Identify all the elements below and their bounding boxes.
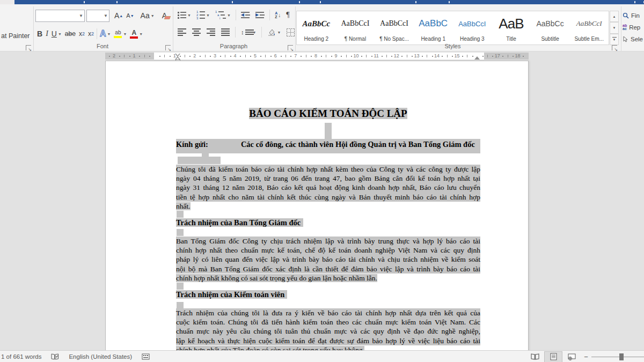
show-formatting-marks-button[interactable]: ¶ [284, 9, 291, 21]
salutation-recipients: Các cổ đông, các thành viên Hội đồng Quả… [241, 140, 475, 149]
zoom-out-button[interactable]: − [581, 353, 591, 361]
document-text-column[interactable]: BÁO CÁO KIỂM TOÁN ĐỘC LẬP Kính gửi:Các c… [176, 61, 480, 354]
ruler-dot [492, 56, 493, 57]
find-button[interactable]: Fin [623, 10, 644, 21]
font-dialog-launcher[interactable] [165, 45, 171, 50]
justify-button[interactable] [219, 26, 231, 38]
italic-button[interactable]: I [44, 28, 50, 40]
change-case-button[interactable]: Aa▼ [139, 10, 156, 21]
style-item-normal[interactable]: AaBbCcI¶ Normal [336, 11, 375, 45]
align-left-button[interactable] [176, 26, 188, 38]
paragraph-dialog-launcher[interactable] [288, 45, 293, 50]
tab-label-fragment [320, 1, 321, 3]
superscript-button[interactable]: x2 [86, 28, 96, 40]
style-item-no-spac[interactable]: AaBbCcI¶ No Spac... [375, 11, 414, 45]
group-separator [33, 6, 34, 51]
ruler-dot [290, 56, 291, 57]
document-title: BÁO CÁO KIỂM TOÁN ĐỘC LẬP [176, 104, 480, 123]
strikethrough-button[interactable]: abe [63, 28, 77, 40]
style-item-subtle-em[interactable]: AaBbCcISubtle Em... [569, 11, 609, 45]
ruler-dot [200, 56, 201, 57]
paragraph-line: cuộc kiểm toán. Chúng tôi đã tiến hành k… [176, 317, 480, 327]
paragraph-line: chuẩn mực này yêu cầu chúng tôi tuân thủ… [176, 327, 480, 336]
ruler-tick [245, 55, 246, 57]
text-highlight-button[interactable]: ab ▼ [112, 28, 128, 40]
font-name-combobox[interactable]: ▼ [35, 10, 85, 22]
format-painter-button[interactable]: at Painter [1, 32, 30, 40]
tab-label-fragment [84, 1, 85, 3]
text-effects-button[interactable]: A▼ [98, 28, 113, 40]
document-page[interactable]: BÁO CÁO KIỂM TOÁN ĐỘC LẬP Kính gửi:Các c… [105, 61, 529, 353]
style-item-heading-3[interactable]: AaBbCcIHeading 3 [453, 11, 492, 45]
paragraph-group-label: Paragraph [176, 43, 291, 49]
sort-button[interactable]: AZ ↓ [273, 9, 282, 21]
zoom-slider[interactable] [591, 351, 644, 362]
chevron-down-icon: ▼ [253, 31, 257, 34]
macro-record-icon[interactable] [142, 353, 150, 360]
font-size-combobox[interactable]: ▼ [86, 10, 109, 22]
select-button[interactable]: Sele [623, 33, 644, 45]
numbering-button[interactable]: 1 2 3 ▼ [195, 9, 211, 21]
numbering-icon: 1 2 3 [196, 11, 205, 19]
web-layout-button[interactable] [562, 351, 581, 362]
replace-button[interactable]: abac Rep [623, 21, 644, 33]
styles-dialog-launcher[interactable] [612, 45, 617, 50]
horizontal-ruler[interactable]: 211234567891011121314151718 [105, 53, 529, 60]
ruler-dot [270, 56, 272, 57]
zoom-slider-handle[interactable] [619, 353, 624, 360]
align-right-button[interactable] [205, 26, 217, 38]
language-indicator[interactable]: English (United States) [59, 353, 142, 360]
multilevel-list-button[interactable]: 1 a i ▼ [214, 9, 232, 21]
ruler-tick [467, 55, 467, 57]
paragraph-gap [176, 300, 480, 308]
ruler-tick [225, 55, 225, 57]
bullets-button[interactable]: ▼ [176, 9, 193, 21]
styles-scroll-down-button[interactable]: ▼ [610, 22, 619, 33]
separator [269, 10, 270, 20]
ruler-dot [482, 56, 484, 57]
align-center-button[interactable] [191, 26, 202, 38]
subscript-button[interactable]: x2 [77, 28, 86, 40]
pilcrow-icon: ¶ [286, 11, 289, 19]
line-spacing-button[interactable]: ↕ ▼ [239, 26, 258, 38]
style-item-heading-2[interactable]: AaBbCcHeading 2 [297, 11, 336, 45]
style-item-heading-1[interactable]: AaBbCHeading 1 [414, 11, 453, 45]
styles-scroll-up-button[interactable]: ▲ [610, 11, 619, 22]
increase-indent-icon: ▶ [255, 12, 265, 18]
separator [236, 10, 236, 20]
print-layout-button[interactable] [544, 351, 562, 362]
shading-button[interactable]: ▼ [266, 26, 282, 38]
read-mode-button[interactable] [526, 351, 544, 362]
style-item-subtitle[interactable]: AaBbCcSubtitle [531, 11, 570, 45]
paragraph-line-text: nhất. [176, 202, 191, 210]
separator [97, 28, 97, 39]
separator [261, 27, 262, 38]
paragraph-line: chính hợp nhất theo chuẩn mực kế toán, c… [176, 246, 480, 255]
ruler-dot [210, 56, 211, 57]
underline-button[interactable]: U▼ [50, 28, 63, 40]
increase-indent-button[interactable]: ▶ [254, 9, 266, 21]
ruler-tick [124, 55, 125, 57]
ruler-dot [260, 56, 261, 57]
ribbon: at Painter ▼ ▼ A▲ A▼ Aa▼ A B I U▼ abe x2… [0, 4, 644, 51]
shrink-font-button[interactable]: A▼ [125, 10, 135, 21]
highlight-icon: ab [114, 30, 122, 38]
ruler-number: 1 [173, 53, 176, 58]
editing-group: Fin abac Rep Sele Editi [623, 10, 644, 51]
style-item-title[interactable]: AaBTitle [492, 11, 531, 45]
font-color-button[interactable]: A ▼ [128, 28, 144, 40]
clear-formatting-button[interactable]: A [160, 10, 172, 21]
clipboard-dialog-launcher[interactable] [26, 45, 31, 50]
ribbon-tab-strip-background [14, 0, 644, 4]
word-count[interactable]: 1 of 661 words [1, 353, 51, 360]
right-indent-marker[interactable] [474, 56, 480, 60]
ruler-dot [159, 56, 160, 57]
tab-label-fragment [634, 1, 635, 3]
proofing-icon[interactable] [51, 353, 59, 360]
bold-button[interactable]: B [35, 28, 44, 40]
decrease-indent-button[interactable]: ◀ [239, 9, 252, 21]
grow-font-button[interactable]: A▲ [113, 10, 125, 21]
font-group-label: Font [35, 43, 170, 49]
ruler-dot [361, 56, 362, 57]
styles-more-button[interactable]: ▼ [610, 34, 619, 45]
